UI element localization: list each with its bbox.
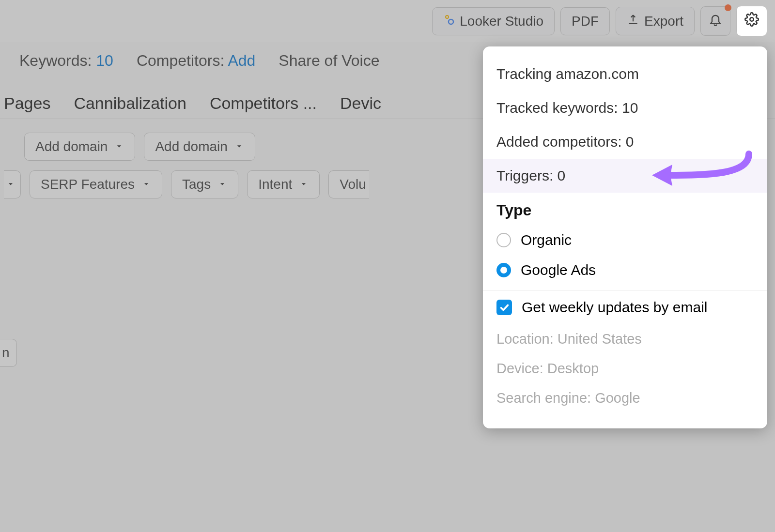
add-domain-label: Add domain bbox=[155, 139, 227, 154]
type-organic-radio[interactable]: Organic bbox=[483, 225, 767, 255]
weekly-updates-checkbox-row[interactable]: Get weekly updates by email bbox=[483, 290, 767, 324]
type-organic-label: Organic bbox=[521, 232, 572, 248]
added-competitors-line[interactable]: Added competitors: 0 bbox=[483, 125, 767, 159]
tags-filter[interactable]: Tags bbox=[171, 170, 238, 198]
export-label: Export bbox=[644, 14, 683, 29]
looker-studio-button[interactable]: Looker Studio bbox=[432, 7, 555, 35]
chevron-down-icon bbox=[141, 177, 151, 192]
chevron-down-icon bbox=[299, 177, 309, 192]
share-of-voice-label: Share of Voice bbox=[279, 52, 379, 69]
triggers-line[interactable]: Triggers: 0 bbox=[483, 159, 767, 193]
add-domain-button-2[interactable]: Add domain bbox=[144, 133, 255, 161]
tab-competitors[interactable]: Competitors ... bbox=[210, 94, 317, 113]
partial-fragment-box[interactable]: n bbox=[0, 339, 17, 367]
volume-label: Volu bbox=[340, 177, 366, 192]
partial-filter-left[interactable] bbox=[4, 170, 21, 198]
chevron-down-icon bbox=[114, 139, 124, 154]
add-domain-button-1[interactable]: Add domain bbox=[24, 133, 135, 161]
checkbox-checked-icon bbox=[496, 300, 512, 315]
pdf-label: PDF bbox=[572, 14, 599, 29]
keywords-value: 10 bbox=[96, 52, 113, 69]
chevron-down-icon bbox=[217, 177, 227, 192]
pdf-button[interactable]: PDF bbox=[560, 7, 610, 35]
settings-button[interactable] bbox=[736, 6, 767, 36]
competitors-label: Competitors: bbox=[137, 52, 228, 69]
search-engine-line: Search engine: Google bbox=[483, 383, 767, 413]
serp-features-filter[interactable]: SERP Features bbox=[30, 170, 162, 198]
looker-studio-label: Looker Studio bbox=[460, 14, 543, 29]
type-section-header: Type bbox=[483, 193, 767, 225]
export-button[interactable]: Export bbox=[616, 7, 695, 35]
device-line: Device: Desktop bbox=[483, 354, 767, 383]
triggers-label: Triggers: 0 bbox=[496, 167, 565, 183]
weekly-updates-label: Get weekly updates by email bbox=[522, 299, 708, 316]
tab-devices[interactable]: Devic bbox=[340, 94, 381, 113]
add-domain-label: Add domain bbox=[35, 139, 108, 154]
type-google-ads-radio[interactable]: Google Ads bbox=[483, 255, 767, 285]
svg-point-0 bbox=[446, 15, 449, 18]
radio-icon bbox=[496, 233, 511, 247]
gear-icon bbox=[744, 12, 759, 30]
notification-dot bbox=[725, 4, 731, 11]
keywords-label: Keywords: bbox=[19, 52, 96, 69]
intent-filter[interactable]: Intent bbox=[247, 170, 320, 198]
type-google-ads-label: Google Ads bbox=[521, 262, 596, 278]
intent-label: Intent bbox=[258, 177, 292, 192]
tracking-domain-line[interactable]: Tracking amazon.com bbox=[483, 57, 767, 91]
volume-filter-partial[interactable]: Volu bbox=[328, 170, 369, 198]
chevron-down-icon bbox=[6, 177, 16, 192]
tracked-keywords-line[interactable]: Tracked keywords: 10 bbox=[483, 91, 767, 125]
looker-icon bbox=[443, 14, 455, 29]
keywords-stat[interactable]: Keywords: 10 bbox=[19, 52, 113, 70]
chevron-down-icon bbox=[234, 139, 244, 154]
bell-icon bbox=[709, 13, 722, 30]
competitors-stat[interactable]: Competitors: Add bbox=[137, 52, 255, 70]
competitors-add-link: Add bbox=[228, 52, 255, 69]
share-of-voice-stat[interactable]: Share of Voice bbox=[279, 52, 379, 70]
n-fragment-label: n bbox=[2, 345, 10, 361]
svg-point-1 bbox=[449, 19, 453, 24]
svg-point-2 bbox=[750, 17, 754, 21]
serp-features-label: SERP Features bbox=[41, 177, 135, 192]
settings-dropdown-panel: Tracking amazon.com Tracked keywords: 10… bbox=[483, 46, 767, 428]
location-line: Location: United States bbox=[483, 324, 767, 354]
upload-icon bbox=[627, 13, 639, 29]
radio-selected-icon bbox=[496, 263, 511, 277]
tab-pages[interactable]: Pages bbox=[4, 94, 50, 113]
top-toolbar: Looker Studio PDF Export bbox=[0, 0, 775, 42]
tags-label: Tags bbox=[182, 177, 211, 192]
tab-cannibalization[interactable]: Cannibalization bbox=[74, 94, 186, 113]
